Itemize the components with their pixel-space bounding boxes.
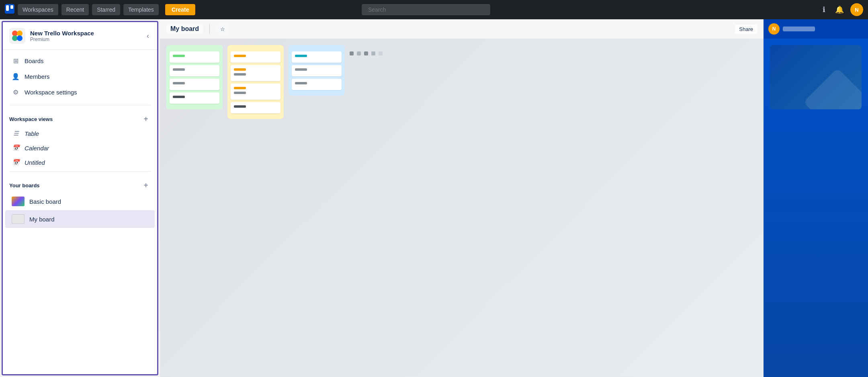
list-card[interactable] xyxy=(170,92,219,104)
board-area: My board ☆ Share xyxy=(160,19,764,377)
untitled-view-label: Untitled xyxy=(25,159,45,166)
workspace-views-section-header: Workspace views + xyxy=(3,110,157,126)
starred-btn[interactable]: ☆ xyxy=(216,25,229,34)
dot-indicator xyxy=(357,51,361,55)
collapse-sidebar-btn[interactable]: ‹ xyxy=(145,30,151,42)
my-board-thumb xyxy=(12,214,25,224)
workspace-info: New Trello Workspace Premium xyxy=(30,30,140,42)
card-color-label xyxy=(234,87,246,89)
dot-indicator xyxy=(350,51,354,55)
workspace-views-title: Workspace views xyxy=(9,116,53,122)
workspace-name: New Trello Workspace xyxy=(30,30,140,37)
svg-point-6 xyxy=(12,35,18,41)
dot-indicator xyxy=(371,51,375,55)
calendar-icon: 📅 xyxy=(12,144,20,152)
sidebar-view-untitled[interactable]: 📅 Untitled xyxy=(5,155,155,170)
person-icon: 👤 xyxy=(12,73,20,80)
board-list-2 xyxy=(227,45,284,119)
separator-1 xyxy=(9,105,151,105)
decoration xyxy=(803,68,862,109)
list-card[interactable] xyxy=(231,65,280,81)
dot-indicator xyxy=(364,51,368,55)
right-panel-header: N xyxy=(764,19,868,39)
board-list-1 xyxy=(166,45,223,109)
card-color-label xyxy=(173,82,185,84)
header-divider xyxy=(209,24,210,34)
list-card[interactable] xyxy=(292,65,342,76)
my-board-label: My board xyxy=(29,216,55,223)
card-color-label xyxy=(234,105,246,108)
starred-nav-btn[interactable]: Starred xyxy=(92,4,120,15)
top-nav: Workspaces Recent Starred Templates Crea… xyxy=(0,0,868,19)
bell-icon-btn[interactable]: 🔔 xyxy=(832,4,847,16)
list-card[interactable] xyxy=(231,51,280,63)
table-view-label: Table xyxy=(25,130,39,137)
svg-point-7 xyxy=(17,35,23,41)
list-card[interactable] xyxy=(292,79,342,90)
separator-2 xyxy=(9,171,151,172)
basic-board-thumb xyxy=(12,197,25,206)
gear-icon: ⚙ xyxy=(12,88,20,96)
right-panel: N xyxy=(764,19,868,377)
workspace-plan: Premium xyxy=(30,37,140,42)
card-color-label-2 xyxy=(234,73,246,76)
card-color-label xyxy=(173,55,185,57)
list-card[interactable] xyxy=(170,65,219,76)
svg-rect-2 xyxy=(10,5,13,9)
your-boards-section-header: Your boards + xyxy=(3,176,157,193)
card-color-label-2 xyxy=(234,92,246,94)
search-input[interactable] xyxy=(362,4,490,15)
sidebar-nav: ⊞ Boards 👤 Members ⚙ Workspace settings xyxy=(3,50,157,103)
extra-list-indicators xyxy=(350,51,383,55)
templates-nav-btn[interactable]: Templates xyxy=(123,4,159,15)
list-card[interactable] xyxy=(231,102,280,113)
sidebar-members-label: Members xyxy=(25,73,50,80)
right-panel-card xyxy=(770,45,862,109)
info-icon-btn[interactable]: ℹ xyxy=(819,4,829,16)
user-avatar[interactable]: N xyxy=(850,3,863,16)
list-card[interactable] xyxy=(231,84,280,100)
create-btn[interactable]: Create xyxy=(165,4,196,15)
add-board-btn[interactable]: + xyxy=(141,180,151,190)
svg-rect-3 xyxy=(9,28,25,44)
board-title-btn[interactable]: My board xyxy=(166,24,203,34)
untitled-calendar-icon: 📅 xyxy=(12,159,20,166)
sidebar-item-members[interactable]: 👤 Members xyxy=(5,69,155,84)
sidebar-boards-label: Boards xyxy=(25,57,44,64)
workspace-icon xyxy=(9,28,25,44)
recent-nav-btn[interactable]: Recent xyxy=(61,4,89,15)
board-list-3 xyxy=(289,45,345,96)
sidebar-board-my-board[interactable]: My board xyxy=(5,210,155,228)
card-color-label xyxy=(295,68,307,71)
sidebar-view-calendar[interactable]: 📅 Calendar xyxy=(5,141,155,155)
right-panel-placeholder-1 xyxy=(783,27,815,31)
basic-board-label: Basic board xyxy=(29,198,61,205)
right-panel-content xyxy=(764,39,868,116)
list-card[interactable] xyxy=(292,51,342,63)
add-view-btn[interactable]: + xyxy=(141,114,151,124)
board-page-header: My board ☆ Share xyxy=(160,19,764,39)
sidebar: New Trello Workspace Premium ‹ ⊞ Boards … xyxy=(2,21,158,375)
workspace-header: New Trello Workspace Premium ‹ xyxy=(3,22,157,50)
sidebar-view-table[interactable]: ☰ Table xyxy=(5,126,155,141)
dot-indicator xyxy=(379,51,383,55)
card-color-label xyxy=(295,82,307,84)
card-color-label xyxy=(234,55,246,57)
share-btn[interactable]: Share xyxy=(735,25,757,34)
list-card[interactable] xyxy=(170,51,219,63)
svg-point-5 xyxy=(17,31,23,36)
workspaces-nav-btn[interactable]: Workspaces xyxy=(18,4,58,15)
svg-rect-1 xyxy=(6,5,9,11)
right-panel-avatar: N xyxy=(768,23,780,35)
card-color-label xyxy=(173,96,185,98)
main-area: New Trello Workspace Premium ‹ ⊞ Boards … xyxy=(0,19,868,377)
sidebar-item-boards[interactable]: ⊞ Boards xyxy=(5,53,155,69)
your-boards-title: Your boards xyxy=(9,182,40,188)
card-color-label xyxy=(295,55,307,57)
board-content xyxy=(160,39,764,377)
nav-right-actions: ℹ 🔔 N xyxy=(819,3,863,16)
svg-point-4 xyxy=(12,31,18,36)
sidebar-board-basic[interactable]: Basic board xyxy=(5,193,155,210)
list-card[interactable] xyxy=(170,79,219,90)
sidebar-item-workspace-settings[interactable]: ⚙ Workspace settings xyxy=(5,84,155,100)
